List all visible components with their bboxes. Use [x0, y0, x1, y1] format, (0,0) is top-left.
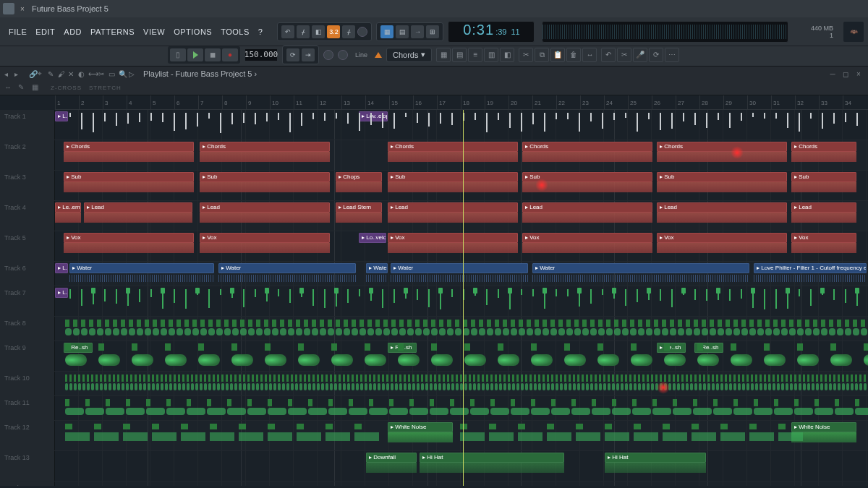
fwd-arrow-icon[interactable]: ▸ [14, 70, 25, 78]
track-header[interactable]: Track 7 [0, 286, 55, 316]
paint-tool-icon[interactable]: 🖌 [58, 70, 68, 78]
clip[interactable]: ▸ Lov..elope [359, 111, 388, 121]
clip[interactable]: ▸ Sub [657, 172, 787, 182]
tool-plugin-db[interactable]: ◧ [500, 48, 514, 62]
menu-add[interactable]: ADD [59, 25, 86, 38]
track-header[interactable]: Track 5 [0, 231, 55, 261]
menu-view[interactable]: VIEW [139, 25, 169, 38]
playhead[interactable] [463, 110, 464, 486]
clip[interactable]: ▸ Lead [522, 202, 652, 213]
master-pitch-knob[interactable] [338, 50, 348, 60]
track-header[interactable]: Track 1 [0, 110, 55, 140]
tempo-display[interactable]: 150.000 [244, 48, 278, 61]
swing-knob[interactable] [357, 27, 367, 37]
undo-button[interactable]: ↶ [281, 25, 294, 38]
menu-tools[interactable]: TOOLS [216, 25, 254, 38]
clip[interactable]: ▸ Chops [336, 172, 382, 182]
clip[interactable]: ▸ Chords [200, 142, 330, 152]
tool-delete[interactable]: 🗑 [566, 48, 581, 62]
clip[interactable]: ▸ Re..sh [657, 343, 686, 353]
export-icon[interactable]: ⇥ [302, 48, 315, 61]
playlist-view-button[interactable]: ▦ [380, 25, 393, 38]
track-lane[interactable]: ▸ White Noise▸ White Noise [55, 421, 868, 450]
tool-playlist[interactable]: ▦ [436, 48, 451, 62]
tool-cut[interactable]: ✂ [519, 48, 533, 62]
track-lane[interactable] [55, 396, 868, 420]
menu-file[interactable]: FILE [4, 25, 31, 38]
select-tool-icon[interactable]: ▭ [109, 70, 119, 78]
stretch-tool-icon[interactable]: ↔ [4, 83, 16, 93]
menu-patterns[interactable]: PATTERNS [86, 25, 139, 38]
mute-tool-icon[interactable]: ◐ [78, 70, 88, 78]
clip[interactable]: ▸ Lead Stem [336, 202, 382, 213]
slice-tool-icon[interactable]: ✂ [98, 70, 109, 78]
tool-paste[interactable]: 📋 [550, 48, 565, 62]
metronome-icon[interactable]: ᚋ [342, 25, 355, 38]
tool-copy[interactable]: ⧉ [535, 48, 549, 62]
clip[interactable]: ▸ Hi Hat [605, 453, 706, 463]
track-lane[interactable]: ▸ L..lope [55, 286, 868, 316]
master-volume-knob[interactable] [323, 50, 333, 60]
track-header[interactable]: Track 8 [0, 317, 55, 341]
clip[interactable]: ▸ L..lope [55, 288, 68, 298]
play-tool-icon[interactable]: ▷ [129, 70, 139, 78]
tool-nudge[interactable]: ↔ [582, 48, 597, 62]
track-lane[interactable]: ▸ L..lope▸ Lov..elope [55, 110, 868, 140]
clip[interactable]: ▸ Le..em [55, 202, 81, 213]
clip[interactable]: ▸ Lead [791, 202, 856, 213]
tool-mixer[interactable]: ≡ [468, 48, 482, 62]
clip[interactable]: ▸ Lead [200, 202, 330, 213]
track-lane[interactable]: ▸ Vox▸ Vox▸ Lo..velope▸ Vox▸ Vox▸ Vox▸ V… [55, 231, 868, 261]
grid-icon[interactable]: ▦ [32, 83, 43, 93]
track-header[interactable]: Track 4 [0, 201, 55, 231]
clip[interactable]: ▸ Lead [84, 202, 192, 213]
track-lane[interactable] [55, 317, 868, 341]
step-counter[interactable]: 3.2 [327, 25, 340, 38]
clip[interactable]: ▸ Lead [388, 202, 518, 213]
clip[interactable]: ▸ Sub [200, 172, 330, 182]
clip[interactable]: ▸ Chords [388, 142, 518, 152]
draw-tool-icon[interactable]: ✎ [48, 70, 58, 78]
play-button[interactable] [187, 48, 203, 61]
midi-icon[interactable]: ◧ [312, 25, 325, 38]
clip[interactable]: ▸ Vox [200, 233, 330, 243]
track-lane[interactable] [55, 481, 868, 486]
clip[interactable]: ▸ Chords [64, 142, 194, 152]
clip[interactable]: ▸ Water [366, 263, 388, 273]
tool-settings[interactable]: ⋯ [665, 48, 679, 62]
track-header[interactable]: Track 14 [0, 481, 55, 486]
time-display[interactable]: 0:31 :39 11 [448, 21, 535, 43]
zoom-tool-icon[interactable]: 🔍 [119, 70, 129, 78]
clip[interactable]: ▸ Water [391, 263, 528, 273]
clip[interactable]: ▸ Chords [657, 142, 787, 152]
track-lane[interactable]: ▸ Le..em▸ Lead▸ Lead▸ Lead Stem▸ Lead▸ L… [55, 201, 868, 231]
clip[interactable]: ▸ Sub [791, 172, 856, 182]
clip[interactable]: ▸ White Noise [791, 422, 856, 432]
menu-edit[interactable]: EDIT [31, 25, 59, 38]
track-header[interactable]: Track 3 [0, 171, 55, 200]
track-header[interactable]: Track 6 [0, 262, 55, 286]
track-header[interactable]: Track 11 [0, 396, 55, 420]
clip[interactable]: ▸ Sub [522, 172, 652, 182]
stop-button[interactable]: ◼ [205, 48, 221, 61]
erase-tool-icon[interactable]: ✕ [68, 70, 78, 78]
clip[interactable]: ▸ L..lope [55, 263, 68, 273]
clip[interactable]: ▸ Vox [657, 233, 787, 243]
clip[interactable]: ▸ Vox [522, 233, 652, 243]
tool-scissors[interactable]: ✂ [617, 48, 631, 62]
timeline-ruler[interactable]: 1234567891011121314151617181920212223242… [55, 95, 868, 110]
minimize-icon[interactable]: ─ [827, 70, 838, 78]
clip[interactable]: ▸ Water [69, 263, 214, 273]
piano-roll-button[interactable]: ▤ [396, 25, 409, 38]
clip[interactable]: ▸ Chords [791, 142, 856, 152]
browser-button[interactable]: → [411, 25, 424, 38]
magnet-icon[interactable]: ⌖ [38, 69, 48, 78]
tool-browser[interactable]: ▥ [484, 48, 498, 62]
pattern-mode-button[interactable]: ▯ [170, 48, 186, 61]
tool-piano[interactable]: ▤ [452, 48, 467, 62]
sync-icon[interactable]: ᚋ [297, 25, 310, 38]
clip[interactable]: ▸ Water [218, 263, 356, 273]
back-arrow-icon[interactable]: ◂ [4, 70, 14, 78]
render-icon[interactable]: ⟳ [286, 48, 299, 61]
clip[interactable]: ▸ L..lope [55, 111, 68, 121]
